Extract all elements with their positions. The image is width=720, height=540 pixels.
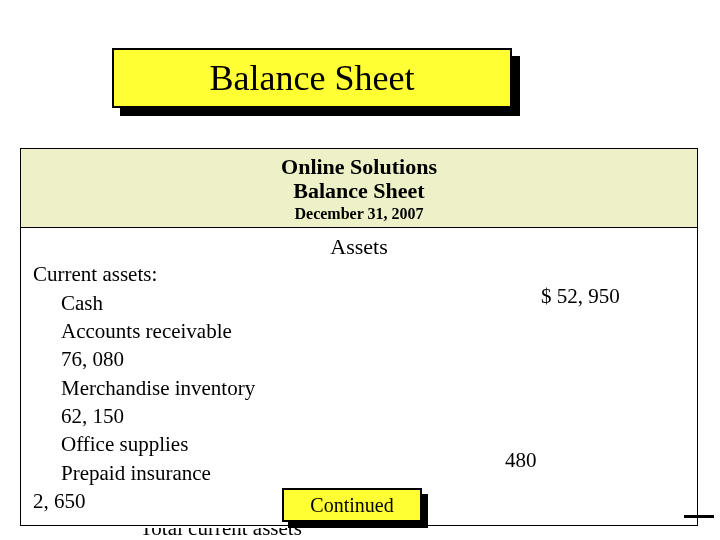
company-name: Online Solutions xyxy=(21,155,697,179)
cash-amount: $ 52, 950 xyxy=(541,284,620,309)
inventory-value: 62, 150 xyxy=(33,402,685,430)
ar-label: Accounts receivable xyxy=(33,317,685,345)
assets-heading: Assets xyxy=(33,234,685,260)
sheet-body: Assets Current assets: Cash Accounts rec… xyxy=(21,228,697,525)
total-current-assets-label: Total current assets xyxy=(140,528,302,540)
title-box: Balance Sheet xyxy=(112,48,512,108)
document-name: Balance Sheet xyxy=(21,179,697,203)
underline-mark xyxy=(684,515,714,518)
continued-callout: Continued xyxy=(282,488,422,522)
continued-box: Continued xyxy=(282,488,422,522)
inventory-label: Merchandise inventory xyxy=(33,374,685,402)
supplies-amount: 480 xyxy=(505,448,537,473)
ar-value: 76, 080 xyxy=(33,345,685,373)
slide-title: Balance Sheet xyxy=(112,48,512,108)
balance-sheet-table: Online Solutions Balance Sheet December … xyxy=(20,148,698,526)
title-text: Balance Sheet xyxy=(210,57,415,99)
prepaid-label: Prepaid insurance xyxy=(33,459,685,487)
sheet-date: December 31, 2007 xyxy=(21,205,697,223)
supplies-label: Office supplies xyxy=(33,430,685,458)
continued-text: Continued xyxy=(310,494,393,517)
sheet-header: Online Solutions Balance Sheet December … xyxy=(21,149,697,228)
